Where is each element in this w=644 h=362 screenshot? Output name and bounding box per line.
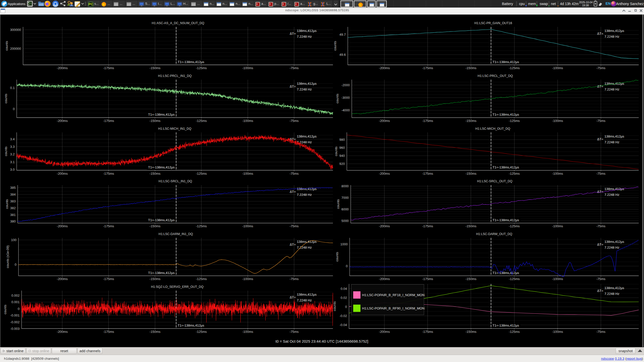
svg-text:-200ms: -200ms [379,172,390,175]
svg-text:7.2248 Hz: 7.2248 Hz [605,193,619,197]
svg-text:0.001: 0.001 [11,300,20,304]
svg-text:-150ms: -150ms [465,172,477,175]
svg-text:0.02: 0.02 [340,296,347,300]
svg-text:-0.04: -0.04 [339,323,347,327]
svg-text:T1=-138ms,412µs: T1=-138ms,412µs [148,165,175,169]
svg-text:Applications: Applications [8,2,26,6]
svg-text:920: 920 [339,162,345,166]
svg-text:-200ms: -200ms [379,224,390,228]
svg-text:-100ms: -100ms [242,330,253,334]
svg-text:counts: counts [336,199,340,209]
svg-text:counts: counts [333,41,337,51]
svg-text:0: 0 [346,264,348,268]
svg-text:200000: 200000 [10,47,21,51]
svg-text:-75ms: -75ms [596,277,606,281]
svg-text:-175ms: -175ms [422,66,433,70]
svg-text:H1:LSC-DARM_OUT_DQ: H1:LSC-DARM_OUT_DQ [476,232,512,236]
svg-text:7.2248 Hz: 7.2248 Hz [297,298,312,302]
svg-text:3.3: 3.3 [10,145,15,149]
svg-text:-150ms: -150ms [150,330,161,334]
svg-text:-150ms: -150ms [465,224,477,228]
svg-text:3.0: 3.0 [10,168,15,171]
svg-text:138ms,412µs: 138ms,412µs [605,29,624,33]
svg-text:-175ms: -175ms [422,119,433,123]
svg-text:-100ms: -100ms [242,224,253,228]
svg-text:-75ms: -75ms [289,172,299,175]
svg-text:-175ms: -175ms [103,66,114,70]
svg-text:-200ms: -200ms [379,119,390,123]
svg-text:-125ms: -125ms [196,66,207,70]
svg-text:-100ms: -100ms [242,66,253,70]
svg-text:-125ms: -125ms [509,277,520,281]
svg-text:counts (x1e-09): counts (x1e-09) [6,245,10,268]
svg-text:ΔT=: ΔT= [597,32,603,35]
svg-text:H1:LSC-PR_GAIN_OUT16: H1:LSC-PR_GAIN_OUT16 [474,21,512,25]
svg-text:-125ms: -125ms [196,119,207,123]
svg-text:7.2248 Hz: 7.2248 Hz [297,246,312,249]
svg-text:H1:ASC-AS_A_DC_NSUM_OUT_DQ: H1:ASC-AS_A_DC_NSUM_OUT_DQ [152,21,204,25]
svg-text:300000: 300000 [10,28,21,32]
svg-text:380: 380 [10,219,16,223]
svg-text:-175ms: -175ms [103,224,114,228]
svg-text:H1:LSC-DARM_IN1_DQ: H1:LSC-DARM_IN1_DQ [158,232,193,236]
svg-text:-175ms: -175ms [422,330,433,334]
svg-text:384: 384 [10,193,16,196]
svg-text:138ms,412µs: 138ms,412µs [297,134,317,138]
svg-text:-100ms: -100ms [552,330,563,334]
svg-text:7.2248 Hz: 7.2248 Hz [605,87,619,91]
svg-text:PC: PC [89,2,93,6]
svg-text:T1=-138ms,412µs: T1=-138ms,412µs [493,165,519,169]
svg-text:980: 980 [339,138,345,142]
svg-text:-125ms: -125ms [196,330,207,334]
svg-text:7.2248 Hz: 7.2248 Hz [605,35,619,38]
svg-text:H1:LSC-SRCL_OUT_DQ: H1:LSC-SRCL_OUT_DQ [477,179,512,183]
svg-text:-75ms: -75ms [596,330,606,334]
svg-text:49.7: 49.7 [339,33,346,36]
svg-text:-4000: -4000 [341,108,350,112]
svg-text:-125ms: -125ms [196,277,207,281]
svg-text:6000: 6000 [341,207,349,211]
svg-text:T1=-138ms,412µs: T1=-138ms,412µs [148,113,175,116]
svg-text:940: 940 [339,154,345,158]
svg-text:-175ms: -175ms [103,277,114,281]
svg-text:-125ms: -125ms [196,172,207,175]
svg-text:ΔT=: ΔT= [597,137,603,141]
svg-text:counts: counts [335,252,339,262]
svg-text:H1:LSC-SRCL_IN1_DQ: H1:LSC-SRCL_IN1_DQ [158,179,192,183]
svg-text:counts: counts [4,94,8,103]
svg-text:7.2248 Hz: 7.2248 Hz [297,35,312,38]
svg-text:-150ms: -150ms [150,277,161,281]
svg-text:-150ms: -150ms [465,277,477,281]
svg-text:138ms,412µs: 138ms,412µs [605,286,624,290]
svg-text:-200ms: -200ms [57,330,68,334]
svg-text:-125ms: -125ms [196,224,207,228]
svg-text:49.6: 49.6 [339,53,346,57]
svg-text:385: 385 [10,186,16,190]
svg-text:0: 0 [18,307,19,311]
svg-text:0.04: 0.04 [340,287,347,291]
svg-text:-175ms: -175ms [422,172,433,175]
svg-text:-150ms: -150ms [150,224,161,228]
svg-text:ΔT=: ΔT= [290,84,296,88]
svg-text:H1:LSC-MICH_OUT_DQ: H1:LSC-MICH_OUT_DQ [475,127,510,130]
svg-text:-200ms: -200ms [57,172,68,175]
svg-text:-150ms: -150ms [150,119,161,123]
svg-text:-75ms: -75ms [596,224,606,228]
svg-text:138ms,412µs: 138ms,412µs [297,293,317,296]
svg-text:-100ms: -100ms [552,66,563,70]
svg-text:H1:LSC-MICH_IN1_DQ: H1:LSC-MICH_IN1_DQ [158,127,191,130]
svg-text:-0.002: -0.002 [10,320,20,324]
svg-text:7.2248 Hz: 7.2248 Hz [605,246,619,249]
svg-text:138ms,412µs: 138ms,412µs [297,29,317,33]
svg-text:H1:LSC-POPAIR_B_RF90_I_NORM_MO: H1:LSC-POPAIR_B_RF90_I_NORM_MON [362,306,424,310]
svg-text:T1=-138ms,412µs: T1=-138ms,412µs [493,60,519,64]
svg-text:-175ms: -175ms [103,119,114,123]
svg-text:-200ms: -200ms [57,66,68,70]
svg-text:-125ms: -125ms [509,224,520,228]
svg-text:H1:LSC-POPAIR_B_RF18_I_NORM_MO: H1:LSC-POPAIR_B_RF18_I_NORM_MON [362,293,424,297]
svg-text:0: 0 [345,305,347,309]
svg-text:-75ms: -75ms [596,119,606,123]
svg-text:counts: counts [333,301,336,311]
svg-text:counts: counts [4,305,7,314]
svg-text:-150ms: -150ms [465,119,477,123]
